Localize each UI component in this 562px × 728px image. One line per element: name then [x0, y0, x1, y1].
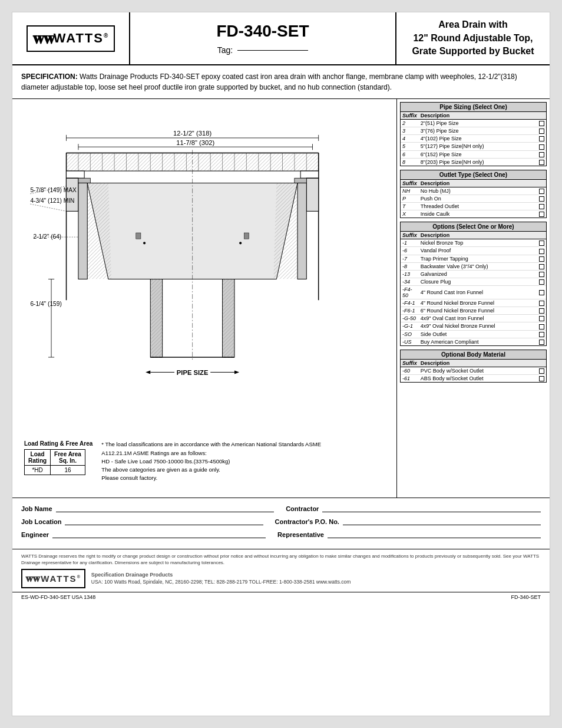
options-section: Options (Select One or More) Suffix Desc… — [400, 222, 547, 346]
job-name-row: Job Name Contractor — [21, 505, 541, 512]
row-suffix: -G-50 — [401, 315, 419, 322]
row-suffix: -F4-50 — [401, 286, 419, 299]
row-checkbox[interactable] — [536, 322, 546, 330]
load-note-consult: Please consult factory. — [101, 475, 157, 481]
table-row: -61 ABS Body w/Socket Outlet — [401, 374, 546, 382]
svg-marker-55 — [234, 370, 239, 374]
spec-text: Watts Drainage Products FD-340-SET epoxy… — [21, 73, 517, 91]
row-checkbox[interactable] — [536, 374, 546, 382]
row-desc: ABS Body w/Socket Outlet — [419, 374, 536, 382]
row-checkbox[interactable] — [536, 278, 546, 285]
row-desc: Buy American Compliant — [419, 338, 536, 345]
po-line — [343, 525, 541, 525]
options-suffix-header: Suffix — [401, 232, 419, 239]
row-suffix: 4 — [401, 135, 419, 143]
row-checkbox[interactable] — [536, 247, 546, 255]
row-checkbox[interactable] — [536, 255, 546, 262]
spec-drainage-label: Specification Drainage Products — [91, 571, 351, 579]
options-title: Options (Select One or More) — [401, 222, 546, 232]
main-content: 12-1/2" (318) 11-7/8" (302) — [12, 99, 550, 498]
svg-text:12-1/2" (318): 12-1/2" (318) — [173, 130, 211, 137]
area-col-header: Free AreaSq. In. — [51, 450, 85, 466]
svg-marker-53 — [146, 370, 150, 374]
row-checkbox[interactable] — [536, 286, 546, 299]
row-checkbox[interactable] — [536, 135, 546, 143]
sidebar: Pipe Sizing (Select One) Suffix Descript… — [396, 99, 550, 498]
row-checkbox[interactable] — [536, 143, 546, 150]
table-row: -SO Side Outlet — [401, 330, 546, 338]
row-checkbox[interactable] — [536, 127, 546, 135]
pipe-sizing-table: Suffix Description 2 2"(51) Pipe Size 3 … — [401, 112, 546, 166]
row-desc: 4" Round Nickel Bronze Funnel — [419, 299, 536, 307]
tag-label: Tag: — [217, 45, 233, 55]
row-suffix: 5 — [401, 143, 419, 150]
row-checkbox[interactable] — [536, 367, 546, 374]
table-row: -US Buy American Compliant — [401, 338, 546, 345]
row-checkbox[interactable] — [536, 195, 546, 202]
table-row: -6 Vandal Proof — [401, 247, 546, 255]
row-suffix: -1 — [401, 239, 419, 247]
row-checkbox[interactable] — [536, 307, 546, 315]
bottom-watts-logo: 𝐰𝐰 WATTS® — [21, 569, 85, 588]
body-suffix-header: Suffix — [401, 360, 419, 367]
row-checkbox[interactable] — [536, 158, 546, 166]
row-suffix: -8 — [401, 262, 419, 270]
table-row: -F4-1 4" Round Nickel Bronze Funnel — [401, 299, 546, 307]
row-checkbox[interactable] — [536, 299, 546, 307]
row-desc: 2"(51) Pipe Size — [419, 120, 536, 127]
load-note-guide: The above categories are given as a guid… — [101, 466, 220, 473]
row-suffix: 8 — [401, 158, 419, 166]
svg-rect-36 — [67, 178, 78, 211]
row-checkbox[interactable] — [536, 203, 546, 210]
spec-label: SPECIFICATION: — [21, 73, 78, 81]
row-checkbox[interactable] — [536, 150, 546, 158]
engineer-row: Engineer Representative — [21, 531, 541, 538]
row-desc: 3"(76) Pipe Size — [419, 127, 536, 135]
bottom-logo-w: 𝐰𝐰 — [25, 572, 39, 584]
table-row: *HD 16 — [25, 466, 85, 475]
svg-point-70 — [239, 242, 242, 244]
load-note-hd: HD - Safe Live Load 7500-10000 lbs.(3375… — [101, 458, 230, 465]
row-checkbox[interactable] — [536, 239, 546, 247]
job-name-label: Job Name — [21, 505, 52, 512]
model-number: FD-340-SET — [216, 22, 309, 41]
row-checkbox[interactable] — [536, 262, 546, 270]
options-desc-header: Description — [419, 232, 536, 239]
row-checkbox[interactable] — [536, 210, 546, 218]
row-checkbox[interactable] — [536, 338, 546, 345]
row-desc: 6"(152) Pipe Size — [419, 150, 536, 158]
row-suffix: T — [401, 203, 419, 210]
row-desc: 4x9" Oval Cast Iron Funnel — [419, 315, 536, 322]
optional-body-section: Optional Body Material Suffix Descriptio… — [400, 350, 547, 383]
title-section: Area Drain with12" Round Adjustable Top,… — [396, 12, 550, 64]
row-desc: 6" Round Nickel Bronze Funnel — [419, 307, 536, 315]
row-checkbox[interactable] — [536, 330, 546, 338]
svg-rect-71 — [150, 279, 162, 358]
contractor-label: Contractor — [286, 505, 319, 512]
row-checkbox[interactable] — [536, 120, 546, 127]
row-checkbox[interactable] — [536, 270, 546, 278]
logo-box: 𝐰𝐰 WATTS® — [27, 25, 115, 52]
row-suffix: 3 — [401, 127, 419, 135]
table-row: 3 3"(76) Pipe Size — [401, 127, 546, 135]
row-desc: Inside Caulk — [419, 210, 536, 218]
load-section: Load Rating & Free Area LoadRating Free … — [18, 434, 391, 488]
svg-text:5-7/8" (149) MAX: 5-7/8" (149) MAX — [30, 187, 77, 193]
row-desc: 5"(127) Pipe Size(NH only) — [419, 143, 536, 150]
row-desc: Side Outlet — [419, 330, 536, 338]
options-check-header — [536, 232, 546, 239]
row-desc: Galvanized — [419, 270, 536, 278]
row-checkbox[interactable] — [536, 187, 546, 195]
row-suffix: -7 — [401, 255, 419, 262]
table-row: -13 Galvanized — [401, 270, 546, 278]
watts-logo: 𝐰𝐰 WATTS® — [27, 25, 115, 52]
table-row: -F6-1 6" Round Nickel Bronze Funnel — [401, 307, 546, 315]
row-desc: Push On — [419, 195, 536, 202]
load-note: * The load classifications are in accord… — [101, 440, 325, 482]
svg-text:2-1/2" (64): 2-1/2" (64) — [33, 233, 61, 240]
drawing-area: 12-1/2" (318) 11-7/8" (302) — [12, 99, 396, 498]
row-checkbox[interactable] — [536, 315, 546, 322]
job-location-line — [65, 525, 263, 525]
row-suffix: -US — [401, 338, 419, 345]
model-section: FD-340-SET Tag: — [130, 12, 396, 64]
